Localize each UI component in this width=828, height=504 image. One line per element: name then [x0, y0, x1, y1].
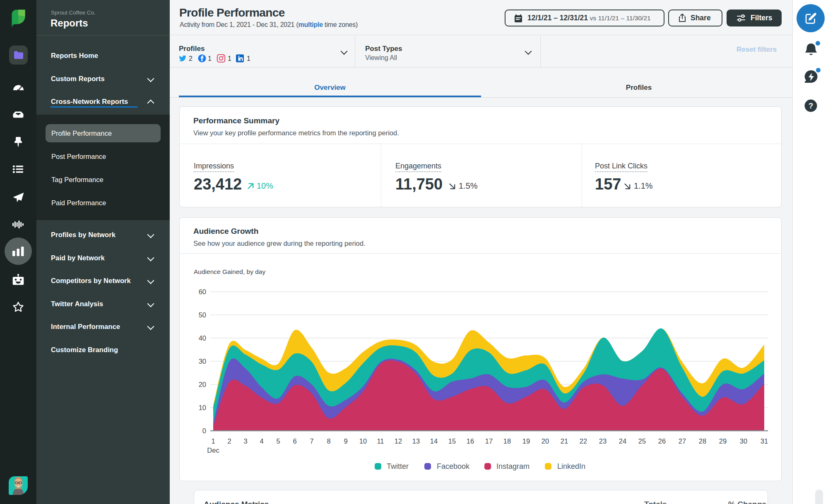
svg-text:10: 10: [199, 404, 206, 411]
svg-text:15: 15: [448, 437, 456, 445]
svg-text:1: 1: [211, 437, 215, 445]
svg-text:21: 21: [561, 437, 568, 445]
svg-text:10: 10: [359, 437, 367, 445]
svg-text:28: 28: [699, 437, 706, 445]
svg-text:19: 19: [522, 437, 530, 445]
svg-text:6: 6: [293, 437, 296, 445]
svg-text:2: 2: [227, 437, 231, 445]
svg-text:0: 0: [202, 427, 206, 434]
svg-text:25: 25: [638, 437, 646, 445]
svg-text:30: 30: [740, 437, 747, 445]
svg-text:22: 22: [580, 437, 587, 445]
svg-text:26: 26: [658, 437, 666, 445]
svg-text:20: 20: [199, 381, 206, 388]
svg-text:18: 18: [503, 437, 511, 445]
svg-text:20: 20: [542, 437, 549, 445]
svg-text:50: 50: [199, 311, 206, 319]
svg-text:?: ?: [809, 101, 814, 110]
svg-text:4: 4: [260, 437, 263, 445]
svg-text:30: 30: [199, 358, 206, 365]
svg-text:Dec: Dec: [207, 446, 219, 454]
svg-text:12: 12: [395, 437, 402, 445]
svg-text:27: 27: [679, 437, 686, 445]
svg-text:9: 9: [344, 437, 347, 445]
svg-text:8: 8: [327, 437, 330, 445]
svg-text:24: 24: [619, 437, 626, 445]
svg-text:17: 17: [485, 437, 493, 445]
svg-text:14: 14: [430, 437, 438, 445]
svg-text:40: 40: [199, 334, 206, 342]
svg-text:11: 11: [377, 437, 384, 445]
svg-text:60: 60: [199, 288, 206, 295]
svg-text:13: 13: [412, 437, 420, 445]
svg-text:29: 29: [719, 437, 727, 445]
svg-text:16: 16: [467, 437, 474, 445]
svg-text:5: 5: [276, 437, 280, 445]
svg-text:7: 7: [310, 437, 313, 445]
svg-text:31: 31: [761, 437, 768, 445]
svg-text:3: 3: [243, 437, 247, 445]
svg-text:23: 23: [599, 437, 607, 445]
